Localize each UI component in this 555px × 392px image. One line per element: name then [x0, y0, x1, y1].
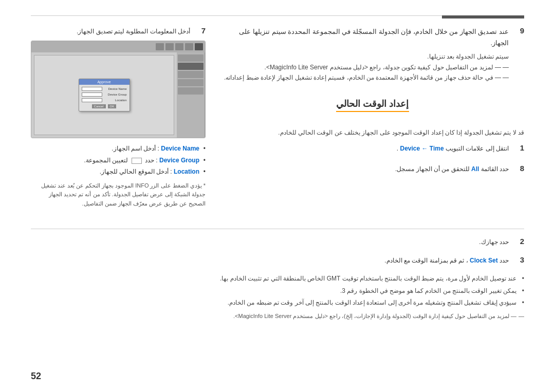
- sidebar-item-1: [178, 54, 203, 62]
- magic-screen: Approve Device Name Device Group: [31, 41, 205, 138]
- step-7-bullets: Device Name : أدخل اسم الجهاز. Device Gr…: [31, 143, 206, 177]
- section-heading: إعداد الوقت الحالي: [336, 98, 409, 112]
- toolbar-btn-4: [165, 43, 174, 50]
- top-section: 9 عند تصديق الجهاز من خلال الخادم، فإن ا…: [31, 26, 524, 208]
- dialog-ok-btn[interactable]: OK: [108, 104, 117, 108]
- sub-bullet-1: عند توصيل الخادم لأول مرة، يتم ضبط الوقت…: [31, 273, 524, 284]
- page-container: 9 عند تصديق الجهاز من خلال الخادم، فإن ا…: [0, 0, 555, 392]
- bullet-device-group: Device Group : حدد لتعيين المجموعة.: [31, 155, 206, 165]
- bullet-device-name: Device Name : أدخل اسم الجهاز.: [31, 143, 206, 154]
- bullet-text-location: : أدخل الموقع الحالي للجهاز.: [100, 168, 172, 175]
- step-8-bold: All: [471, 165, 479, 173]
- magic-sidebar: [177, 52, 205, 138]
- section-intro: قد لا يتم تشغيل الجدولة إذا كان إعداد ال…: [221, 127, 524, 138]
- step-3-text: حدد Clock Set ، ثم قم بمزامنة الوقت مع ا…: [384, 255, 509, 266]
- bullet-label-device-group: Device Group: [159, 157, 199, 164]
- step-1-suffix: .: [397, 145, 398, 152]
- toolbar-btn-5: [156, 43, 164, 50]
- dialog-label-3: Location: [115, 99, 127, 102]
- step-9-text: عند تصديق الجهاز من خلال الخادم، فإن الج…: [221, 26, 509, 49]
- device-group-input-mockup: [132, 158, 142, 164]
- sub-bullet-3: سيؤدي إيقاف تشغيل المنتج وتشغيله مرة أخر…: [31, 297, 524, 308]
- step-8-number: 8: [514, 164, 524, 173]
- dialog-label-2: Device Group: [108, 93, 127, 96]
- toolbar-btn-3: [175, 43, 183, 50]
- heading-wrapper: إعداد الوقت الحالي: [221, 90, 524, 120]
- magic-dialog: Approve Device Name Device Group: [79, 79, 130, 111]
- step-1-link: Device ← Time: [400, 145, 443, 152]
- dialog-cancel-btn[interactable]: Cancel: [92, 104, 106, 108]
- toolbar-btn-2: [185, 43, 193, 50]
- step-3-suffix: ، ثم قم بمزامنة الوقت مع الخادم.: [384, 257, 468, 264]
- dialog-input-3: [82, 98, 102, 102]
- bullet-text-device-name: : أدخل اسم الجهاز.: [112, 145, 159, 152]
- left-column: 9 عند تصديق الجهاز من خلال الخادم، فإن ا…: [221, 26, 524, 208]
- page-number: 52: [31, 371, 41, 382]
- step-8-suffix: للتحقق من أن الجهاز مسجل.: [395, 165, 470, 173]
- bullet-text-device-group: : حدد: [145, 157, 158, 164]
- step-1-number: 1: [514, 143, 524, 152]
- step-7-note: * يؤدي الضغط على الزر INFO الموجود بجهاز…: [31, 181, 206, 209]
- step-7: 7 أدخل المعلومات المطلوبة ليتم تصديق الج…: [31, 26, 206, 36]
- magic-toolbar: [31, 41, 205, 52]
- dialog-row-1: Device Name: [82, 87, 127, 91]
- step-2: 2 حدد جهازك.: [31, 237, 524, 247]
- step-3-number: 3: [514, 255, 524, 264]
- sidebar-item-5: [178, 87, 203, 95]
- step-9-number: 9: [514, 26, 524, 35]
- step-9-content: عند تصديق الجهاز من خلال الخادم، فإن الج…: [221, 26, 509, 83]
- sub-bullet-2: يمكن تغيير الوقت بالمنتج من الخادم كما ه…: [31, 286, 524, 296]
- bullet-label-location: Location: [174, 168, 199, 175]
- magic-body: Approve Device Name Device Group: [31, 52, 205, 138]
- bullet-label-device-name: Device Name: [161, 145, 199, 152]
- step-2-text: حدد جهازك.: [479, 237, 509, 247]
- bottom-section: 2 حدد جهازك. 3 حدد Clock Set ، ثم قم بمز…: [31, 237, 524, 321]
- bullet-location: Location : أدخل الموقع الحالي للجهاز.: [31, 166, 206, 177]
- step-3-bold: Clock Set: [470, 257, 498, 264]
- step-1-text: انتقل إلى علامات التبويب Device ← Time .: [397, 143, 509, 154]
- note-bottom: — لمزيد من التفاصيل حول كيفية إدارة الوق…: [31, 312, 524, 321]
- dialog-label-1: Device Name: [108, 87, 126, 90]
- bullet-text-device-group-2: لتعيين المجموعة.: [84, 157, 128, 164]
- sidebar-item-4: [178, 79, 203, 86]
- step-9-note1: — لمزيد من التفاصيل حول كيفية تكوين جدول…: [221, 62, 509, 72]
- step-2-number: 2: [514, 237, 524, 246]
- magic-main-content: Approve Device Name Device Group: [31, 52, 177, 138]
- dialog-input-2: [82, 92, 102, 97]
- step-7-text: أدخل المعلومات المطلوبة ليتم تصديق الجها…: [77, 26, 190, 36]
- divider: [31, 229, 524, 229]
- step-1: 1 انتقل إلى علامات التبويب Device ← Time…: [221, 143, 524, 154]
- step-1-prefix: انتقل إلى علامات التبويب: [446, 145, 509, 152]
- sidebar-item-2: [178, 63, 203, 70]
- step-7-number: 7: [195, 26, 206, 35]
- screenshot-mockup: Approve Device Name Device Group: [31, 41, 206, 138]
- step-9-sub: سيتم تشغيل الجدولة بعد تنزيلها.: [221, 51, 509, 62]
- content-area: 9 عند تصديق الجهاز من خلال الخادم، فإن ا…: [31, 26, 524, 321]
- right-column: 7 أدخل المعلومات المطلوبة ليتم تصديق الج…: [31, 26, 206, 208]
- dialog-input-1: [82, 87, 102, 91]
- dialog-buttons: OK Cancel: [82, 104, 127, 108]
- step-3: 3 حدد Clock Set ، ثم قم بمزامنة الوقت مع…: [31, 255, 524, 266]
- sidebar-item-3: [178, 71, 203, 78]
- step-8-wrapper: 8 حدد القائمة All للتحقق من أن الجهاز مس…: [221, 164, 524, 174]
- step-9: 9 عند تصديق الجهاز من خلال الخادم، فإن ا…: [221, 26, 524, 83]
- step-9-note2: — في حالة حذف جهاز من قائمة الأجهزة المع…: [221, 72, 509, 83]
- top-bar-decoration: [442, 15, 524, 18]
- dialog-row-3: Location: [82, 98, 127, 102]
- step-8-text: حدد القائمة All للتحقق من أن الجهاز مسجل…: [395, 164, 509, 174]
- step-8-prefix: حدد القائمة: [481, 165, 509, 173]
- dialog-title: Approve: [79, 79, 130, 85]
- step-8: 8 حدد القائمة All للتحقق من أن الجهاز مس…: [221, 164, 524, 174]
- dialog-row-2: Device Group: [82, 92, 127, 97]
- toolbar-btn-1: [195, 43, 203, 50]
- step-3-prefix: حدد: [499, 257, 509, 264]
- bullets-bottom: عند توصيل الخادم لأول مرة، يتم ضبط الوقت…: [31, 273, 524, 308]
- magic-content-display: Approve Device Name Device Group: [34, 55, 174, 135]
